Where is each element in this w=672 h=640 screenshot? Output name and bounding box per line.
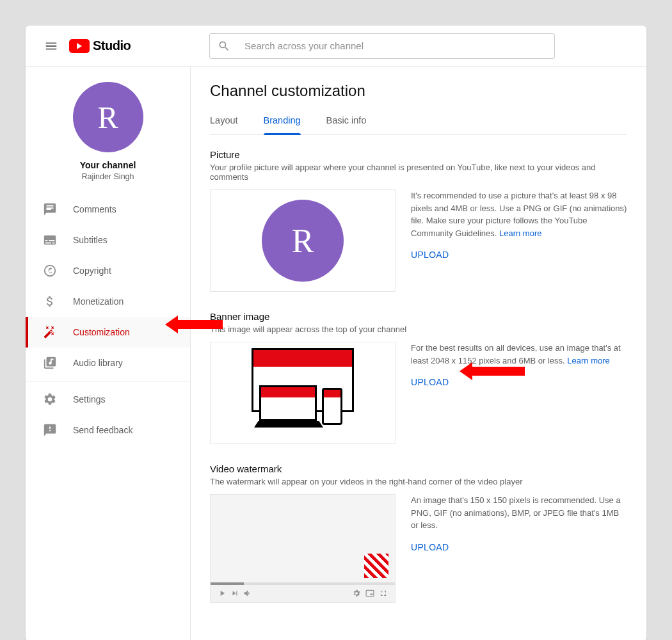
search-icon <box>218 40 230 52</box>
section-title: Banner image <box>210 311 627 322</box>
main-content: Channel customization Layout Branding Ba… <box>191 67 646 640</box>
settings-icon <box>352 589 361 598</box>
sidebar-item-label: Monetization <box>73 296 124 307</box>
search-box[interactable] <box>209 33 555 59</box>
logo-text: Studio <box>93 38 131 53</box>
channel-title: Your channel <box>26 160 190 170</box>
upload-picture-button[interactable]: UPLOAD <box>411 248 449 262</box>
section-desc: The watermark will appear on your videos… <box>210 477 627 486</box>
section-desc: This image will appear across the top of… <box>210 324 627 334</box>
sidebar-item-label: Audio library <box>73 358 123 368</box>
youtube-studio-logo[interactable]: Studio <box>69 38 131 53</box>
section-banner: Banner image This image will appear acro… <box>210 311 627 444</box>
upload-watermark-button[interactable]: UPLOAD <box>411 541 449 554</box>
learn-more-link[interactable]: Learn more <box>567 356 609 365</box>
video-controls <box>211 584 395 602</box>
tab-layout[interactable]: Layout <box>210 106 238 134</box>
sidebar-item-label: Settings <box>73 394 106 404</box>
magic-wand-icon <box>42 325 58 339</box>
picture-avatar: R <box>262 200 344 282</box>
sidebar-item-label: Copyright <box>73 266 111 276</box>
picture-info: It's recommended to use a picture that's… <box>411 189 627 292</box>
section-title: Video watermark <box>210 463 627 474</box>
sidebar-item-label: Customization <box>73 327 130 337</box>
sidebar-item-subtitles[interactable]: Subtitles <box>26 225 190 255</box>
hamburger-icon <box>44 39 58 53</box>
comments-icon <box>42 202 58 216</box>
devices-graphic <box>245 348 360 438</box>
gear-icon <box>42 392 58 406</box>
sidebar-item-label: Comments <box>73 204 116 214</box>
banner-preview <box>210 342 396 444</box>
tab-branding[interactable]: Branding <box>264 106 301 134</box>
section-title: Picture <box>210 149 627 160</box>
search-input[interactable] <box>244 40 547 51</box>
fullscreen-icon <box>379 589 388 598</box>
sidebar-item-feedback[interactable]: Send feedback <box>26 415 190 445</box>
sidebar-item-copyright[interactable]: Copyright <box>26 255 190 286</box>
sidebar-item-comments[interactable]: Comments <box>26 194 190 225</box>
app-header: Studio <box>26 26 646 67</box>
watermark-info: An image that's 150 x 150 pixels is reco… <box>411 494 627 603</box>
section-watermark: Video watermark The watermark will appea… <box>210 463 627 603</box>
dollar-icon <box>42 294 58 308</box>
channel-owner: Rajinder Singh <box>26 172 190 181</box>
section-desc: Your profile picture will appear where y… <box>210 163 627 182</box>
copyright-icon <box>42 264 58 278</box>
sidebar-item-monetization[interactable]: Monetization <box>26 286 190 317</box>
app-window: Studio R Your channel Rajinder Singh Com… <box>26 26 646 640</box>
tab-basic-info[interactable]: Basic info <box>326 106 367 134</box>
upload-banner-button[interactable]: UPLOAD <box>411 376 449 389</box>
annotation-arrow <box>460 364 525 379</box>
channel-block: R Your channel Rajinder Singh <box>26 67 190 194</box>
sidebar-nav: Comments Subtitles Copyright Monetizatio… <box>26 194 190 445</box>
sidebar: R Your channel Rajinder Singh Comments S… <box>26 67 191 640</box>
miniplayer-icon <box>365 589 375 598</box>
tabs: Layout Branding Basic info <box>210 106 627 135</box>
watermark-swatch <box>364 554 388 578</box>
feedback-icon <box>42 423 58 437</box>
sidebar-item-label: Subtitles <box>73 235 108 245</box>
menu-button[interactable] <box>38 33 64 59</box>
volume-icon <box>243 589 252 598</box>
watermark-preview <box>210 494 396 603</box>
banner-info: For the best results on all devices, use… <box>411 342 627 444</box>
sidebar-item-audio-library[interactable]: Audio library <box>26 348 190 378</box>
learn-more-link[interactable]: Learn more <box>499 228 541 238</box>
picture-preview: R <box>210 189 396 292</box>
section-picture: Picture Your profile picture will appear… <box>210 149 627 292</box>
channel-avatar[interactable]: R <box>73 82 143 152</box>
play-icon <box>218 589 227 598</box>
sidebar-item-label: Send feedback <box>73 425 132 435</box>
youtube-play-icon <box>69 39 90 53</box>
next-icon <box>230 589 239 598</box>
audio-library-icon <box>42 356 58 370</box>
subtitles-icon <box>42 233 58 247</box>
page-title: Channel customization <box>210 82 627 100</box>
sidebar-item-customization[interactable]: Customization <box>26 317 190 348</box>
sidebar-item-settings[interactable]: Settings <box>26 384 190 415</box>
